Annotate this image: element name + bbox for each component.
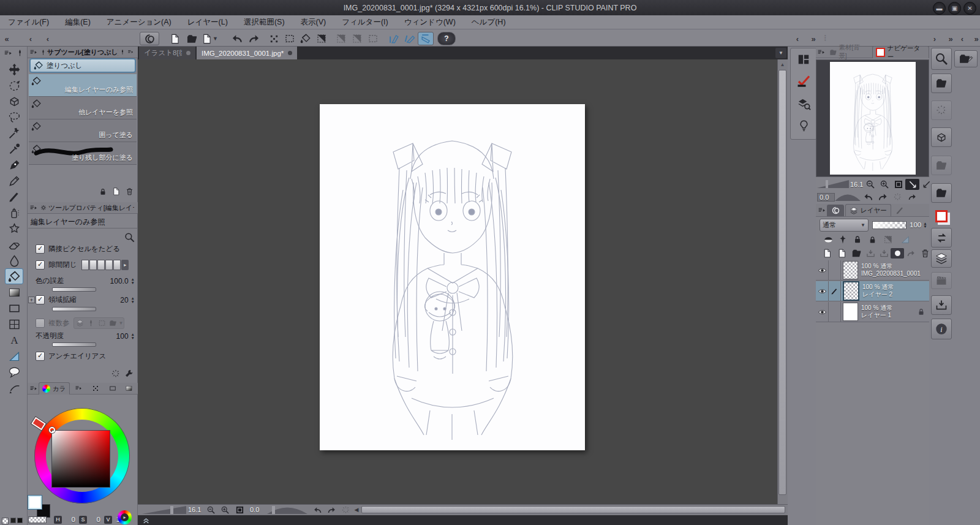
layer-row-layer2-selected[interactable]: 100 % 通常 レイヤー 2 [816,281,929,301]
lock-transparent-pixels-icon[interactable] [865,235,880,244]
main-color-chip[interactable] [10,518,16,523]
import-tray-panel-icon[interactable] [931,295,952,315]
navigator-rotation-slider[interactable] [835,193,861,201]
zoom-in-icon[interactable] [219,505,231,515]
opacity-spinner[interactable]: ▲▼ [131,333,135,339]
hscroll-left-icon[interactable]: ◀ [353,505,360,515]
tab-navigator[interactable]: ナビゲーター [872,46,929,58]
collapse-subtool2-icon[interactable]: ‹ [43,32,53,45]
close-button[interactable]: ✕ [963,2,976,15]
navigator-flip-preview-icon[interactable] [905,192,919,202]
menu-help[interactable]: ヘルプ(H) [464,15,514,29]
material-download-panel-icon[interactable] [931,74,952,93]
layer-thumbnail[interactable] [843,261,858,279]
tab-animation-cels[interactable] [827,205,844,216]
navigator-flip-both-icon[interactable] [905,179,919,190]
clip-studio-logo-button[interactable] [140,32,159,45]
new-file-button[interactable] [167,32,183,45]
document-tab-img20200831[interactable]: IMG_20200831_0001.jpg* [197,47,297,59]
eraser-tool[interactable] [5,236,23,252]
workspace-panels-icon[interactable] [793,50,815,69]
eyedropper-tool[interactable] [5,141,23,157]
fill-tool[interactable] [5,268,23,284]
layer-row-img[interactable]: 100 % 通常 IMG_20200831_0001 [816,260,929,281]
subtool-group-fill[interactable]: 塗りつぶし [29,58,136,73]
ref-selected-icon[interactable] [97,319,108,328]
layer-visibility-eye-icon[interactable] [816,281,829,301]
color-set-panel-icon[interactable] [932,208,951,224]
gap-expand-icon[interactable]: ▸ [121,260,129,270]
transparent-color-chip[interactable] [2,518,9,524]
pencil-tool[interactable] [5,173,23,189]
text-tool[interactable] [5,332,23,348]
tool-property-menu-icon[interactable] [28,204,39,212]
pin-reference-icon[interactable] [835,235,850,244]
area-scale-slider[interactable] [52,307,96,311]
tab-close-icon[interactable] [288,51,292,55]
dock-collapse-left-icon[interactable]: ‹ [793,32,802,45]
ref-dropdown-icon[interactable]: ▼ [119,320,124,326]
sv-square[interactable] [51,430,110,488]
layer-visibility-eye-icon[interactable] [816,260,829,281]
deselect-button[interactable] [266,32,282,45]
fit-to-screen-icon[interactable] [233,505,246,515]
color-wheel-toggle-icon[interactable]: ▸ [118,510,132,524]
dock2-collapse-icon[interactable]: › [930,32,940,45]
frame-border-tool[interactable] [5,316,23,332]
ref-all-layers-icon[interactable] [75,319,86,328]
document-tab-illust8[interactable]: イラスト8[復元]* [139,47,195,59]
transparent-color-swatch[interactable] [28,516,47,523]
open-file-button[interactable] [184,32,200,45]
airbrush-tool[interactable] [5,205,23,221]
color-panel-menu-icon[interactable] [28,385,39,393]
subtool-item-refer-other-layers[interactable]: 他レイヤーを参照 [29,97,137,119]
tab-intermediate-color[interactable] [104,383,121,395]
balloon-tool[interactable] [5,364,23,380]
delete-layer-icon[interactable] [918,248,932,259]
navigator-fit-icon[interactable] [891,179,905,189]
brush-tool[interactable] [5,189,23,205]
sub-color-chip[interactable] [17,518,23,523]
new-folder-icon[interactable] [849,248,864,259]
navigator-menu-icon[interactable] [816,48,827,56]
navigator-reset-rotation-icon[interactable] [890,192,905,202]
color-margin-slider[interactable] [52,287,96,292]
new-subtool-icon[interactable] [109,187,123,196]
restore-button[interactable]: ▣ [948,2,961,15]
navigator-rotate-cw-icon[interactable] [875,192,890,202]
dock-drag-handle[interactable]: ⫶ [821,32,829,45]
figure-tool[interactable] [5,300,23,316]
rotate-cw-icon[interactable] [325,505,337,515]
subtool-item-paint-unfilled-area[interactable]: 塗り残し部分に塗る [29,142,137,165]
tab-approx-color[interactable] [121,383,137,395]
area-scale-checkbox[interactable]: ✓ [36,295,45,304]
layer-opacity-spinner[interactable]: ▲▼ [923,222,927,229]
menu-selection[interactable]: 選択範囲(S) [236,15,293,29]
decoration-tool[interactable] [5,221,23,236]
blend-tool[interactable] [5,252,23,268]
area-scale-expand-icon[interactable]: + [28,296,35,303]
collapse-subtool-icon[interactable]: ‹ [26,32,36,45]
snap-to-ruler-button[interactable] [386,32,402,45]
color-margin-spinner[interactable]: ▲▼ [131,278,135,284]
tab-list-dropdown-icon[interactable]: ▼ [775,48,786,58]
layer-visibility-eye-icon[interactable] [816,302,829,322]
rotation-slider[interactable] [267,506,307,514]
area-scale-value[interactable]: 20 [120,296,128,304]
vscroll-up-icon[interactable]: ▲ [778,61,787,69]
dock3-expand-icon[interactable]: » [970,32,980,45]
opacity-value[interactable]: 100 [116,332,129,341]
ruler-tool[interactable] [5,348,23,364]
gap-size-3[interactable] [97,260,105,270]
lock-layer-icon[interactable] [850,235,865,244]
ref-color-icon[interactable] [86,319,97,328]
material-edit-panel-icon[interactable] [954,50,978,67]
clear-selection-button[interactable] [298,32,314,45]
dock-expand-icon[interactable]: » [807,32,820,45]
mask-area-icon[interactable] [821,235,835,245]
hint-bulb-icon[interactable] [793,116,815,135]
rotate-ccw-icon[interactable] [311,505,323,515]
delete-subtool-icon[interactable] [123,187,136,196]
minimize-button[interactable]: ▬ [933,2,946,15]
zoom-out-icon[interactable] [205,505,217,515]
